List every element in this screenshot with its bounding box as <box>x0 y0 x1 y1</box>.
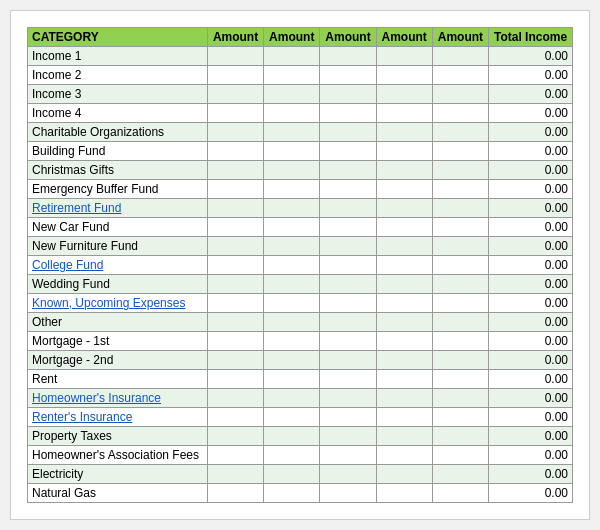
total-cell: 0.00 <box>489 85 573 104</box>
amount-cell <box>432 66 488 85</box>
amount-cell <box>376 389 432 408</box>
amount-cell <box>432 142 488 161</box>
category-cell: Electricity <box>28 465 208 484</box>
total-cell: 0.00 <box>489 180 573 199</box>
amount-cell <box>320 123 376 142</box>
amount-cell <box>432 332 488 351</box>
amount-cell <box>207 85 263 104</box>
amount-cell <box>207 142 263 161</box>
total-cell: 0.00 <box>489 484 573 503</box>
total-cell: 0.00 <box>489 123 573 142</box>
amount-cell <box>207 313 263 332</box>
category-link[interactable]: Renter's Insurance <box>32 410 132 424</box>
amount-cell <box>207 370 263 389</box>
amount-cell <box>264 446 320 465</box>
budget-table: CATEGORY Amount Amount Amount Amount Amo… <box>27 27 573 503</box>
amount-cell <box>207 275 263 294</box>
category-cell: Charitable Organizations <box>28 123 208 142</box>
amount-cell <box>207 66 263 85</box>
amount-cell <box>376 104 432 123</box>
amount-cell <box>207 218 263 237</box>
category-link[interactable]: College Fund <box>32 258 103 272</box>
category-cell: College Fund <box>28 256 208 275</box>
table-row: Homeowner's Insurance0.00 <box>28 389 573 408</box>
table-row: New Car Fund0.00 <box>28 218 573 237</box>
total-cell: 0.00 <box>489 408 573 427</box>
amount-cell <box>432 351 488 370</box>
total-cell: 0.00 <box>489 294 573 313</box>
amount-cell <box>320 351 376 370</box>
amount-cell <box>264 199 320 218</box>
amount-cell <box>376 161 432 180</box>
amount-cell <box>320 294 376 313</box>
amount-cell <box>432 427 488 446</box>
amount-cell <box>376 256 432 275</box>
amount-cell <box>207 389 263 408</box>
amount-cell <box>207 47 263 66</box>
table-row: Income 40.00 <box>28 104 573 123</box>
category-cell: Mortgage - 2nd <box>28 351 208 370</box>
amount-cell <box>432 123 488 142</box>
amount-cell <box>432 180 488 199</box>
category-link[interactable]: Known, Upcoming Expenses <box>32 296 185 310</box>
amount-cell <box>264 180 320 199</box>
amount-cell <box>264 332 320 351</box>
amount-cell <box>432 294 488 313</box>
category-cell: Rent <box>28 370 208 389</box>
amount-header-1: Amount <box>207 28 263 47</box>
total-cell: 0.00 <box>489 275 573 294</box>
amount-cell <box>320 370 376 389</box>
total-cell: 0.00 <box>489 256 573 275</box>
total-income-header: Total Income <box>489 28 573 47</box>
table-row: Known, Upcoming Expenses0.00 <box>28 294 573 313</box>
amount-cell <box>432 370 488 389</box>
amount-cell <box>376 427 432 446</box>
amount-cell <box>432 218 488 237</box>
amount-cell <box>432 256 488 275</box>
category-cell: Christmas Gifts <box>28 161 208 180</box>
amount-cell <box>320 389 376 408</box>
total-cell: 0.00 <box>489 161 573 180</box>
amount-cell <box>320 47 376 66</box>
amount-cell <box>264 142 320 161</box>
table-row: Charitable Organizations0.00 <box>28 123 573 142</box>
table-row: Rent0.00 <box>28 370 573 389</box>
amount-cell <box>207 484 263 503</box>
table-row: Income 10.00 <box>28 47 573 66</box>
amount-cell <box>264 275 320 294</box>
amount-cell <box>376 408 432 427</box>
amount-cell <box>376 47 432 66</box>
amount-cell <box>264 85 320 104</box>
amount-cell <box>264 218 320 237</box>
amount-cell <box>376 484 432 503</box>
amount-cell <box>376 218 432 237</box>
amount-cell <box>320 313 376 332</box>
amount-cell <box>432 199 488 218</box>
table-row: New Furniture Fund0.00 <box>28 237 573 256</box>
amount-cell <box>432 47 488 66</box>
amount-cell <box>432 465 488 484</box>
amount-cell <box>320 484 376 503</box>
amount-cell <box>264 294 320 313</box>
total-cell: 0.00 <box>489 313 573 332</box>
amount-cell <box>432 85 488 104</box>
amount-cell <box>320 180 376 199</box>
amount-cell <box>207 256 263 275</box>
amount-cell <box>320 427 376 446</box>
amount-cell <box>432 237 488 256</box>
table-row: Mortgage - 1st0.00 <box>28 332 573 351</box>
table-row: Renter's Insurance0.00 <box>28 408 573 427</box>
amount-header-2: Amount <box>264 28 320 47</box>
category-cell: Homeowner's Association Fees <box>28 446 208 465</box>
amount-cell <box>264 351 320 370</box>
amount-cell <box>264 66 320 85</box>
total-cell: 0.00 <box>489 427 573 446</box>
category-cell: Income 2 <box>28 66 208 85</box>
category-link[interactable]: Homeowner's Insurance <box>32 391 161 405</box>
amount-header-4: Amount <box>376 28 432 47</box>
table-row: Homeowner's Association Fees0.00 <box>28 446 573 465</box>
amount-cell <box>207 199 263 218</box>
category-link[interactable]: Retirement Fund <box>32 201 121 215</box>
total-cell: 0.00 <box>489 332 573 351</box>
amount-cell <box>432 275 488 294</box>
